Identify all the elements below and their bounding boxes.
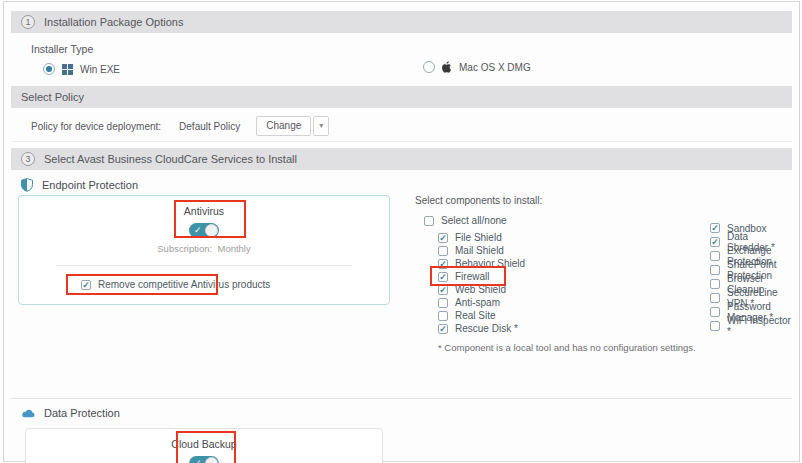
policy-deployment-label: Policy for device deployment: [31,121,161,132]
remove-competitive-checkbox[interactable]: ✓ Remove competitive Antivirus products [81,278,270,291]
step3-bar: 3 Select Avast Business CloudCare Servic… [11,148,792,170]
component-label: Behavior Shield [455,258,525,269]
antivirus-card-divider [56,265,352,266]
cloud-backup-toggle[interactable]: ✓ [189,456,219,463]
antivirus-toggle[interactable]: ✓ [189,223,219,238]
installer-type-label: Installer Type [31,43,792,55]
step1-bar: 1 Installation Package Options [11,11,792,33]
radio-win-exe[interactable]: Win EXE [43,63,120,75]
step3-number: 3 [21,152,35,166]
caret-down-icon: ▾ [319,121,323,130]
component-label: File Shield [455,232,502,243]
component-label: Firewall [455,271,489,282]
toggle-check-icon: ✓ [194,457,202,463]
data-protection-header: Data Protection [21,405,792,421]
checkbox-icon: ✓ [710,223,720,233]
checkbox-icon: ✓ [438,259,448,269]
checkbox-icon: ✓ [438,285,448,295]
checkbox-icon [710,265,720,275]
component-label: Rescue Disk * [455,323,518,334]
checkbox-icon [710,279,720,289]
change-button[interactable]: Change [256,116,311,136]
checkbox-icon [710,321,720,331]
shield-icon [21,178,33,192]
installer-type-section: Installer Type Win EXE Mac OS X DMG [11,33,792,86]
checkbox-icon [438,298,448,308]
components-label: Select components to install: [415,195,792,206]
select-policy-title: Select Policy [21,91,84,103]
checkbox-icon: ✓ [81,280,91,290]
checkbox-icon [438,246,448,256]
windows-logo-icon [62,64,73,75]
step1-title: Installation Package Options [44,16,183,28]
endpoint-protection-title: Endpoint Protection [42,179,138,191]
policy-row: Policy for device deployment: Default Po… [11,108,792,142]
component-label: Mail Shield [455,245,504,256]
antivirus-card: Antivirus ✓ Subscription: Monthly ✓ Remo… [18,195,390,305]
antivirus-subscription: Subscription: Monthly [157,243,250,254]
cloud-icon [21,409,35,418]
installer-radio-row: Win EXE Mac OS X DMG [31,61,792,76]
change-split-button: Change ▾ [256,116,329,136]
select-all-label: Select all/none [441,215,507,226]
radio-button-unselected[interactable] [423,61,435,73]
toggle-check-icon: ✓ [194,224,202,237]
antivirus-title: Antivirus [184,205,224,217]
subscription-value: Monthly [217,243,250,254]
radio-button-selected[interactable] [43,63,55,75]
radio-mac-dmg[interactable]: Mac OS X DMG [423,61,531,73]
checkbox-icon [710,307,720,317]
page-frame: 1 Installation Package Options Installer… [3,1,800,462]
subscription-label: Subscription: [157,243,212,254]
endpoint-main-row: Antivirus ✓ Subscription: Monthly ✓ Remo… [11,195,792,353]
checkbox-icon [710,251,720,261]
select-policy-bar: Select Policy [11,86,792,108]
apple-icon [442,61,452,73]
toggle-knob [205,457,218,463]
checkbox-icon: ✓ [438,233,448,243]
section-divider [11,398,792,399]
toggle-knob [205,224,218,237]
policy-value: Default Policy [179,121,240,132]
step1-number: 1 [21,15,35,29]
step3-title: Select Avast Business CloudCare Services… [44,153,297,165]
checkbox-icon [424,216,434,226]
component-wifi-inspector[interactable]: WiFi Inspector * [710,319,792,333]
checkbox-icon: ✓ [710,237,720,247]
remove-competitive-label: Remove competitive Antivirus products [98,279,270,290]
component-label: Real Site [455,310,496,321]
endpoint-protection-header: Endpoint Protection [21,177,792,193]
checkbox-icon: ✓ [438,324,448,334]
components-footnote: * Component is a local tool and has no c… [438,342,792,353]
components-panel: Select components to install: Select all… [415,195,792,353]
checkbox-icon [710,293,720,303]
data-protection-title: Data Protection [44,407,120,419]
component-label: Web Shield [455,284,506,295]
mac-dmg-label: Mac OS X DMG [459,62,531,73]
cloud-backup-title: Cloud Backup [171,438,236,450]
change-dropdown-button[interactable]: ▾ [313,116,329,136]
cloud-backup-card: Cloud Backup ✓ Subscription: Monthly [25,428,383,463]
checkbox-icon: ✓ [438,272,448,282]
component-label: WiFi Inspector * [727,315,792,337]
checkbox-icon [438,311,448,321]
components-right-list: ✓ Sandbox ✓ Data Shredder * Exchange Pro… [710,221,792,333]
win-exe-label: Win EXE [80,64,120,75]
component-label: Anti-spam [455,297,500,308]
